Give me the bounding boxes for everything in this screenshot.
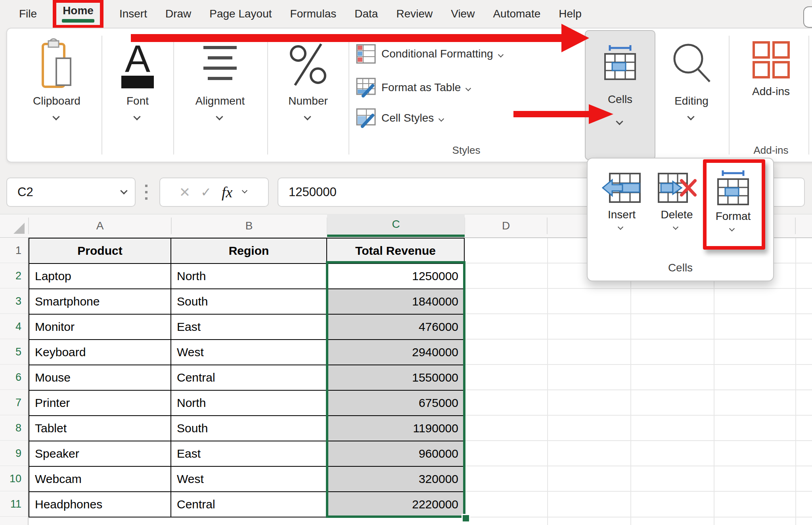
- cell-b9[interactable]: East: [171, 441, 326, 466]
- gridline: [465, 440, 812, 441]
- cell-b4[interactable]: East: [171, 315, 326, 339]
- tab-help[interactable]: Help: [559, 8, 582, 20]
- row-header-6[interactable]: 6: [0, 365, 28, 390]
- cell-c10[interactable]: 320000: [327, 467, 464, 491]
- ribbon-group-number[interactable]: Number: [281, 36, 335, 119]
- column-header-b[interactable]: B: [232, 214, 266, 237]
- conditional-formatting-label: Conditional Formatting: [381, 48, 493, 60]
- cell-a8[interactable]: Tablet: [29, 416, 170, 441]
- ribbon-group-editing[interactable]: Editing: [664, 36, 719, 119]
- cell-b3[interactable]: South: [171, 289, 326, 314]
- row-header-4[interactable]: 4: [0, 314, 28, 339]
- clipboard-icon: [40, 36, 73, 93]
- cell-styles-icon: [356, 108, 376, 128]
- cell-c9[interactable]: 960000: [327, 441, 464, 466]
- annotation-arrow-to-cells-chevron-head: [589, 104, 613, 124]
- cell-b1[interactable]: Region: [171, 239, 326, 263]
- cell-c3[interactable]: 1840000: [327, 289, 464, 314]
- header-separator: [547, 218, 548, 234]
- cell-b6[interactable]: Central: [171, 365, 326, 390]
- insert-cells-icon: [602, 170, 642, 205]
- formula-bar-separator: [145, 185, 147, 200]
- cell-c4[interactable]: 476000: [327, 315, 464, 339]
- tab-data[interactable]: Data: [354, 8, 378, 20]
- cell-a10[interactable]: Webcam: [29, 467, 170, 491]
- group-separator: [102, 36, 102, 155]
- styles-group-caption: Styles: [349, 144, 584, 157]
- cell-a1[interactable]: Product: [29, 239, 170, 263]
- cell-a6[interactable]: Mouse: [29, 365, 170, 390]
- tab-page-layout[interactable]: Page Layout: [209, 8, 272, 20]
- tab-insert[interactable]: Insert: [119, 8, 147, 20]
- gridline: [465, 517, 812, 517]
- ribbon: Clipboard A Font Alignment: [6, 28, 812, 162]
- cell-c5[interactable]: 2940000: [327, 340, 464, 365]
- tab-file[interactable]: File: [19, 8, 37, 20]
- delete-button[interactable]: Delete: [651, 170, 702, 230]
- enter-icon[interactable]: ✓: [201, 185, 211, 200]
- ribbon-group-alignment[interactable]: Alignment: [193, 36, 247, 119]
- tab-review[interactable]: Review: [396, 8, 433, 20]
- format-annotation-box: [703, 159, 765, 250]
- ribbon-tab-bar: File Home Insert Draw Page Layout Formul…: [0, 0, 812, 28]
- magnifier-icon: [669, 36, 714, 93]
- cell-styles-button[interactable]: Cell Styles: [356, 106, 446, 130]
- ribbon-group-addins[interactable]: Add-ins: [742, 36, 800, 98]
- row-header-8[interactable]: 8: [0, 415, 28, 441]
- tab-formulas[interactable]: Formulas: [290, 8, 337, 20]
- cell-c11[interactable]: 2220000: [327, 492, 464, 517]
- cell-a11[interactable]: Headphones: [29, 492, 170, 517]
- fill-handle[interactable]: [462, 514, 470, 523]
- cell-b2[interactable]: North: [171, 264, 326, 288]
- conditional-formatting-button[interactable]: Conditional Formatting: [356, 42, 505, 66]
- chevron-down-icon: [688, 114, 695, 119]
- row-header-7[interactable]: 7: [0, 390, 28, 415]
- cell-b10[interactable]: West: [171, 467, 326, 491]
- tab-view[interactable]: View: [451, 8, 475, 20]
- chevron-down-icon: [305, 114, 311, 119]
- column-header-c-selected[interactable]: C: [327, 214, 465, 237]
- cell-b7[interactable]: North: [171, 391, 326, 415]
- cell-a9[interactable]: Speaker: [29, 441, 170, 466]
- tab-draw[interactable]: Draw: [165, 8, 191, 20]
- ribbon-group-clipboard[interactable]: Clipboard: [29, 36, 84, 119]
- window-control-partial[interactable]: [803, 6, 812, 28]
- cell-b11[interactable]: Central: [171, 492, 326, 517]
- row-header-5[interactable]: 5: [0, 339, 28, 365]
- column-header-a[interactable]: A: [83, 214, 117, 237]
- column-header-d[interactable]: D: [489, 214, 523, 237]
- cell-b8[interactable]: South: [171, 416, 326, 441]
- row-header-2[interactable]: 2: [0, 263, 28, 288]
- row-header-11[interactable]: 11: [0, 491, 28, 517]
- cells-group-button[interactable]: Cells: [585, 30, 655, 160]
- cell-c2-active[interactable]: 1250000: [327, 264, 464, 288]
- row-header-10[interactable]: 10: [0, 466, 28, 491]
- cell-a5[interactable]: Keyboard: [29, 340, 170, 365]
- font-icon: A: [120, 36, 155, 93]
- select-all-corner[interactable]: [13, 223, 25, 234]
- insert-button[interactable]: Insert: [596, 170, 647, 230]
- insert-function-button[interactable]: fx: [222, 183, 232, 201]
- name-box[interactable]: C2: [6, 178, 136, 207]
- cell-c1[interactable]: Total Revenue: [327, 239, 464, 263]
- row-header-12[interactable]: 12: [0, 517, 28, 525]
- tab-automate[interactable]: Automate: [493, 8, 540, 20]
- gridline: [795, 238, 796, 525]
- cell-a7[interactable]: Printer: [29, 391, 170, 415]
- cell-a3[interactable]: Smartphone: [29, 289, 170, 314]
- cancel-icon[interactable]: ✕: [179, 184, 191, 200]
- tab-home[interactable]: Home: [63, 4, 94, 17]
- cell-a4[interactable]: Monitor: [29, 315, 170, 339]
- row-header-3[interactable]: 3: [0, 288, 28, 314]
- cell-b5[interactable]: West: [171, 340, 326, 365]
- row-header-1[interactable]: 1: [0, 238, 28, 263]
- format-as-table-button[interactable]: Format as Table: [356, 75, 473, 100]
- svg-text:A: A: [125, 38, 150, 80]
- ribbon-group-font[interactable]: A Font: [110, 36, 165, 119]
- addins-group-caption: Add-ins: [742, 144, 800, 157]
- cell-c6[interactable]: 1550000: [327, 365, 464, 390]
- cell-a2[interactable]: Laptop: [29, 264, 170, 288]
- cell-c7[interactable]: 675000: [327, 391, 464, 415]
- cell-c8[interactable]: 1190000: [327, 416, 464, 441]
- row-header-9[interactable]: 9: [0, 441, 28, 466]
